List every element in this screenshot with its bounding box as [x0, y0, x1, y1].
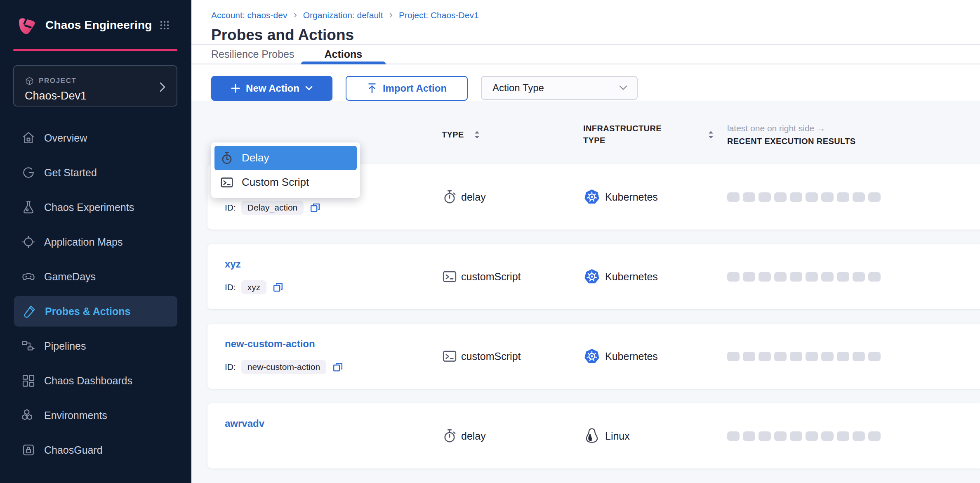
- execution-placeholder: [774, 352, 787, 361]
- chaos-engineering-logo-icon[interactable]: [15, 14, 38, 37]
- execution-placeholder: [868, 431, 881, 441]
- execution-placeholder: [837, 192, 849, 202]
- menu-item-label: Custom Script: [242, 176, 309, 189]
- plus-icon: [231, 83, 240, 93]
- infrastructure-value: Kubernetes: [605, 350, 658, 362]
- infrastructure-column-header[interactable]: INFRASTRUCTURE TYPE: [583, 123, 727, 147]
- dashboard-icon: [21, 373, 36, 388]
- id-label: ID:: [225, 203, 236, 213]
- breadcrumb-organization-link[interactable]: Organization: default: [303, 10, 383, 20]
- sidebar-item-label: Pipelines: [44, 340, 86, 352]
- terminal-icon: [442, 269, 457, 284]
- sort-icon[interactable]: [707, 130, 715, 140]
- id-label: ID:: [225, 362, 236, 372]
- execution-placeholder: [806, 352, 818, 361]
- sidebar-item-label: ChaosGuard: [44, 444, 103, 456]
- sidebar-item-get-started[interactable]: Get Started: [0, 155, 191, 190]
- stopwatch-icon: [220, 151, 234, 165]
- action-name-link[interactable]: xyz: [225, 258, 241, 270]
- sidebar-item-chaos-dashboards[interactable]: Chaos Dashboards: [0, 363, 191, 398]
- flask-icon: [21, 200, 36, 215]
- execution-placeholder: [759, 352, 771, 361]
- sidebar-item-application-maps[interactable]: Application Maps: [0, 225, 191, 259]
- execution-placeholder: [790, 192, 802, 202]
- sidebar-item-chaos-experiments[interactable]: Chaos Experiments: [0, 190, 191, 225]
- cube-icon: [25, 76, 34, 86]
- hexagons-icon: [21, 408, 36, 423]
- action-name-link[interactable]: new-custom-action: [225, 338, 315, 350]
- import-action-button[interactable]: Import Action: [346, 76, 468, 101]
- project-selector[interactable]: PROJECT Chaos-Dev1: [13, 65, 177, 107]
- action-type-value: customScript: [461, 271, 521, 283]
- sidebar-item-label: Probes & Actions: [45, 305, 130, 317]
- stopwatch-icon: [442, 428, 457, 444]
- menu-item-custom-script[interactable]: Custom Script: [214, 170, 357, 194]
- execution-placeholder: [868, 352, 881, 361]
- execution-placeholder: [727, 192, 740, 202]
- action-type-value: Action Type: [492, 82, 544, 94]
- execution-placeholder: [743, 192, 755, 202]
- type-column-header[interactable]: TYPE: [442, 130, 583, 140]
- execution-placeholder: [806, 431, 818, 441]
- main-content: Account: chaos-dev › Organization: defau…: [191, 0, 980, 483]
- execution-placeholder: [837, 431, 849, 441]
- execution-placeholder: [821, 352, 834, 361]
- lock-icon: [21, 443, 36, 458]
- execution-placeholder: [806, 272, 818, 282]
- action-name-link[interactable]: awrvadv: [225, 418, 264, 429]
- sidebar-item-gamedays[interactable]: GameDays: [0, 259, 191, 294]
- action-type-value: customScript: [461, 350, 521, 362]
- kubernetes-icon: [583, 347, 601, 365]
- execution-placeholder: [727, 272, 740, 282]
- new-action-button[interactable]: New Action: [211, 76, 332, 101]
- sidebar-item-chaosguard[interactable]: ChaosGuard: [0, 433, 191, 467]
- infrastructure-value: Linux: [605, 430, 630, 442]
- project-label: PROJECT: [39, 77, 77, 85]
- new-action-menu: Delay Custom Script: [211, 142, 360, 198]
- copy-icon[interactable]: [309, 201, 321, 214]
- execution-placeholder: [759, 192, 771, 202]
- execution-placeholder: [743, 352, 755, 361]
- breadcrumb-project-link[interactable]: Project: Chaos-Dev1: [399, 10, 479, 20]
- recent-execution-results: [727, 192, 980, 202]
- sidebar: Chaos Engineering PROJECT: [0, 0, 191, 483]
- execution-placeholder: [727, 352, 740, 361]
- get-started-icon: [21, 165, 36, 180]
- execution-placeholder: [868, 192, 881, 202]
- execution-placeholder: [774, 272, 787, 282]
- execution-placeholder: [853, 272, 865, 282]
- sidebar-item-probes-actions[interactable]: Probes & Actions: [14, 296, 177, 327]
- execution-placeholder: [821, 192, 834, 202]
- breadcrumb-separator: ›: [389, 9, 393, 20]
- execution-placeholder: [821, 431, 834, 441]
- execution-placeholder: [743, 431, 755, 441]
- execution-placeholder: [853, 431, 865, 441]
- sidebar-item-environments[interactable]: Environments: [0, 398, 191, 433]
- breadcrumb-account-link[interactable]: Account: chaos-dev: [211, 10, 287, 20]
- sidebar-item-label: GameDays: [44, 271, 96, 283]
- execution-placeholder: [868, 272, 881, 282]
- recent-execution-results: [727, 272, 980, 282]
- menu-item-delay[interactable]: Delay: [214, 146, 357, 170]
- brand-divider: [13, 49, 177, 51]
- stopwatch-icon: [442, 189, 457, 205]
- execution-placeholder: [790, 352, 802, 361]
- execution-placeholder: [743, 272, 755, 282]
- module-grid-icon[interactable]: [159, 20, 170, 31]
- kubernetes-icon: [583, 268, 601, 286]
- sort-icon[interactable]: [473, 130, 481, 140]
- app-title: Chaos Engineering: [45, 19, 152, 32]
- sidebar-item-label: Environments: [44, 410, 107, 421]
- tab-resilience-probes[interactable]: Resilience Probes: [211, 45, 294, 64]
- action-type-select[interactable]: Action Type: [481, 76, 638, 100]
- upload-icon: [367, 83, 377, 94]
- copy-icon[interactable]: [272, 281, 284, 294]
- infrastructure-value: Kubernetes: [605, 271, 658, 283]
- results-hint: latest one on right side →: [727, 123, 980, 133]
- sidebar-item-overview[interactable]: Overview: [0, 121, 191, 155]
- toolbar: New Action Import Action Action Type: [191, 64, 980, 101]
- copy-icon[interactable]: [332, 361, 344, 373]
- tab-actions[interactable]: Actions: [301, 45, 386, 64]
- sidebar-item-pipelines[interactable]: Pipelines: [0, 329, 191, 363]
- execution-placeholder: [790, 431, 802, 441]
